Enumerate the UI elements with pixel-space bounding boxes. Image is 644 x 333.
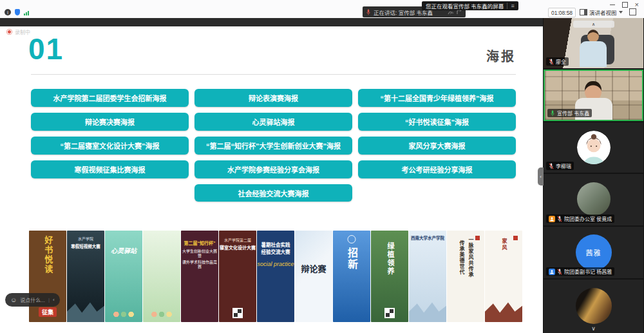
layout-icon xyxy=(580,9,587,15)
poster-qr xyxy=(384,308,395,318)
poster-item-button: 考公考研经验分享海报 xyxy=(358,160,516,178)
member-badge-icon xyxy=(549,216,555,222)
poster-strip: 好书悦读征集水产学院寒假短视频大赛心灵驿站第二届“知行杯”大学生创新创业大赛暨课… xyxy=(29,231,522,322)
top-toolbar: i xyxy=(0,0,644,19)
poster-item-button: 社会经验交流大赛海报 xyxy=(194,184,352,202)
poster-thumbnail: 西南大学水产学院 xyxy=(409,231,446,322)
video-tile[interactable]: 茜雅 院团委副书记 杨茜雅 xyxy=(544,227,643,278)
poster-circles xyxy=(143,310,180,318)
poster-thumbnail: 招新 xyxy=(333,231,370,322)
video-tile[interactable]: ∧ 廖全 xyxy=(544,18,643,68)
restore-button[interactable] xyxy=(622,2,628,8)
poster-item-button: 心灵驿站海报 xyxy=(194,113,352,131)
poster-text: 辩论赛 xyxy=(301,264,326,274)
watching-banner: 您正在观看宣传部 韦东鑫的屏幕 ≡ xyxy=(422,1,518,10)
poster-mountain2 xyxy=(409,299,446,322)
video-tile-active-speaker[interactable]: 宣传部 韦东鑫 xyxy=(544,70,643,121)
poster-mountain xyxy=(67,299,104,322)
poster-thumbnail: 第二届“知行杯”大学生创新创业大赛暨课外学术科技作品竞赛 xyxy=(181,231,218,322)
poster-text: 大学生创新创业大赛暨 xyxy=(181,249,218,259)
cartoon-avatar xyxy=(577,131,611,164)
photo-avatar xyxy=(576,288,612,324)
poster-item-button: “第二届寝室文化设计大赛”海报 xyxy=(31,137,189,155)
poster-thumbnail: 辩论赛 xyxy=(295,231,332,322)
poster-qr xyxy=(232,308,243,318)
poster-mountain3 xyxy=(485,299,522,322)
poster-text: 第二届“知行杯” xyxy=(184,241,216,247)
participant-name-chip: 院团委副书记 杨茜雅 xyxy=(546,267,614,276)
participants-panel: ∧ 廖全 宣传部 韦东鑫 xyxy=(543,18,644,333)
chevron-down-icon xyxy=(619,11,623,14)
poster-item-button: 水产学院第二届团委学生会招新海报 xyxy=(31,89,189,107)
poster-text: 西南大学水产学院 xyxy=(411,236,444,241)
banner-menu-icon[interactable]: ≡ xyxy=(507,3,514,9)
emoji-icon[interactable]: ☺ xyxy=(10,296,17,303)
poster-item-button: 辩论表演赛海报 xyxy=(194,89,352,107)
poster-text: 水产学院第二届 xyxy=(224,238,251,243)
participant-name: 院团委办公室 侯竟成 xyxy=(564,215,612,222)
watching-banner-text: 您正在观看宣传部 韦东鑫的屏幕 xyxy=(426,2,504,10)
poster-text: 暑期社会实践 xyxy=(261,242,290,248)
poster-seal xyxy=(475,236,480,240)
poster-item-button: 寒假视频征集比赛海报 xyxy=(31,160,189,178)
participant-name: 院团委副书记 杨茜雅 xyxy=(564,268,612,275)
info-icon: i xyxy=(5,9,11,15)
poster-text: 寒假短视频大赛 xyxy=(71,244,100,249)
scroll-more-icon[interactable]: ∨ xyxy=(591,325,596,332)
muted-mic-icon xyxy=(557,269,562,275)
close-button[interactable]: × xyxy=(635,1,639,8)
hide-panel-button[interactable]: ∧ xyxy=(573,21,614,28)
chat-placeholder: 说点什么... xyxy=(20,296,45,303)
divider: | xyxy=(48,297,50,303)
speaking-mic-icon xyxy=(366,9,371,15)
poster-thumbnail: 传承美德世代一脉家风共传承 xyxy=(447,231,484,322)
poster-vrow: 传承美德世代一脉家风共传承 xyxy=(458,237,473,278)
poster-text: 招新 xyxy=(345,247,358,271)
chat-quick-input[interactable]: ☺ 说点什么... | ‹ xyxy=(5,293,60,307)
participant-name: 廖全 xyxy=(556,58,566,65)
slide-title: 海报 xyxy=(486,46,516,65)
poster-button-grid: 水产学院第二届团委学生会招新海报 辩论表演赛海报 “第十二届全国青少年绿植领养”… xyxy=(31,89,516,178)
view-mode-label: 演讲者视图 xyxy=(589,8,617,16)
poster-item-button: “第十二届全国青少年绿植领养”海报 xyxy=(358,89,516,107)
poster-thumbnail: 家风 xyxy=(485,231,522,322)
participant-name-chip: 院团委办公室 侯竟成 xyxy=(546,214,614,223)
poster-text: 绿植领养 xyxy=(385,242,394,276)
poster-seal xyxy=(513,236,518,240)
minimize-button[interactable] xyxy=(610,5,615,5)
poster-text: 课外学术科技作品竞赛 xyxy=(181,260,218,270)
poster-text: 好书悦读 xyxy=(43,236,53,274)
fullscreen-button[interactable] xyxy=(629,8,636,15)
muted-mic-icon xyxy=(549,163,554,169)
timer-text: 01:08:58 xyxy=(551,10,573,16)
collapse-chat-icon[interactable]: ‹ xyxy=(53,297,55,303)
poster-item-button: “第二届“知行杯”大学生创新创业大赛”海报 xyxy=(194,137,352,155)
muted-mic-icon xyxy=(549,59,554,65)
photo-avatar xyxy=(577,182,611,216)
collapse-panel-handle[interactable]: ‹ xyxy=(538,167,544,186)
video-tile[interactable]: 院团委办公室 侯竟成 xyxy=(544,174,643,225)
poster-text: 寝室文化设计大赛 xyxy=(220,245,256,251)
poster-text: 经验交流大赛 xyxy=(261,249,290,255)
poster-thumbnail: 水产学院寒假短视频大赛 xyxy=(67,231,104,322)
meeting-app-window: i 您正在观看宣传部 韦东鑫的屏幕 ≡ × 正在讲话: 宣传部 韦东鑫 01:0… xyxy=(0,0,644,333)
poster-text: social practice xyxy=(257,261,294,268)
video-tile[interactable]: ∨ xyxy=(544,280,643,333)
participant-name-chip: 宣传部 韦东鑫 xyxy=(547,109,592,117)
shared-slide: 录制中 01 海报 水产学院第二届团委学生会招新海报 辩论表演赛海报 “第十二届… xyxy=(0,26,543,333)
active-mic-icon xyxy=(550,110,555,117)
participant-name-chip: 李柳瑞 xyxy=(546,162,574,170)
window-controls: × xyxy=(610,1,639,8)
view-mode-button[interactable]: 演讲者视图 xyxy=(580,8,623,16)
poster-circles xyxy=(105,310,142,318)
poster-item-button: “好书悦读征集”海报 xyxy=(358,113,516,131)
poster-thumbnail: 绿植领养 xyxy=(371,231,408,322)
muted-mic-icon xyxy=(557,216,562,222)
poster-text: 心灵驿站 xyxy=(111,247,137,256)
poster-thumbnail: 好书悦读征集 xyxy=(29,231,66,322)
poster-text: 水产学院 xyxy=(78,237,93,242)
shield-icon xyxy=(15,9,20,15)
video-tile[interactable]: 李柳瑞 xyxy=(544,122,643,173)
poster-thumbnail xyxy=(143,231,180,322)
record-indicator: 录制中 xyxy=(6,28,30,35)
